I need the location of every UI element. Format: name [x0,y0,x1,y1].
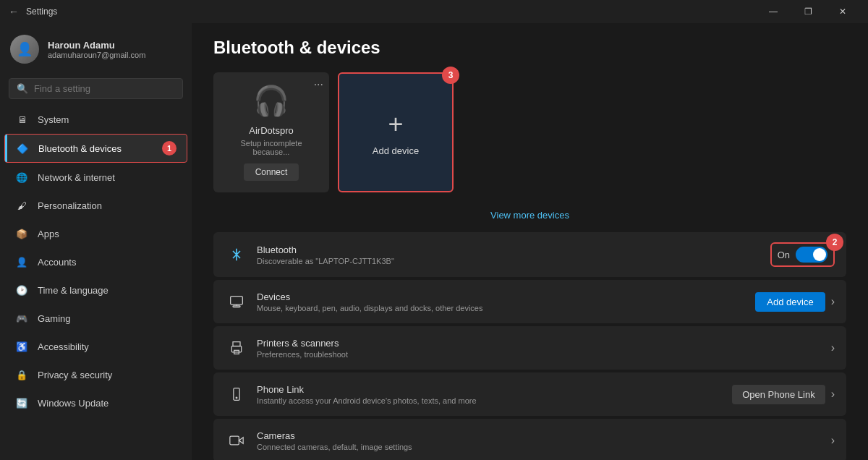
sidebar-item-windows-update[interactable]: 🔄Windows Update [4,389,187,417]
svg-rect-1 [233,306,240,307]
close-button[interactable]: ✕ [826,0,859,23]
toggle-container-bluetooth: 2On [770,242,835,267]
settings-row-phone-link[interactable]: Phone LinkInstantly access your Android … [213,372,846,416]
nav-items: 🖥System🔷Bluetooth & devices1🌐Network & i… [0,105,192,417]
titlebar-controls: — ❐ ✕ [757,0,859,23]
nav-label-personalization: Personalization [38,200,102,211]
device-card: ··· 🎧 AirDotspro Setup incomplete becaus… [213,72,329,192]
nav-label-network: Network & internet [38,172,115,183]
row-action-phone-link: Open Phone Link› [732,385,835,404]
titlebar-left: ← Settings [9,6,57,17]
settings-row-cameras[interactable]: CamerasConnected cameras, default, image… [213,419,846,460]
nav-label-gaming: Gaming [38,313,71,324]
open-phone-link-btn[interactable]: Open Phone Link [732,385,825,404]
back-button[interactable]: ← [9,6,19,17]
add-device-btn[interactable]: Add device [755,292,825,312]
row-action-bluetooth: 2On [770,242,835,267]
restore-button[interactable]: ❐ [791,0,825,23]
row-icon-printers [225,336,248,359]
svg-rect-8 [230,436,239,445]
user-profile[interactable]: 👤 Haroun Adamu adamuharoun7@gmail.com [0,23,192,75]
row-action-devices: Add device› [755,292,835,312]
devices-grid: ··· 🎧 AirDotspro Setup incomplete becaus… [213,72,846,192]
row-text-bluetooth: BluetoothDiscoverable as "LAPTOP-CJTT1K3… [257,244,770,265]
titlebar: ← Settings — ❐ ✕ [0,0,868,23]
sidebar-item-apps[interactable]: 📦Apps [4,220,187,247]
more-button[interactable]: ··· [314,78,323,91]
row-text-phone-link: Phone LinkInstantly access your Android … [257,384,732,405]
user-name: Haroun Adamu [48,40,145,51]
nav-label-system: System [38,114,69,125]
nav-badge: 1 [162,141,176,156]
sidebar-item-privacy[interactable]: 🔒Privacy & security [4,361,187,388]
search-input[interactable] [34,83,175,94]
nav-label-bluetooth: Bluetooth & devices [38,143,122,154]
row-subtitle-devices: Mouse, keyboard, pen, audio, displays an… [257,304,755,312]
nav-icon-apps: 📦 [14,226,29,241]
row-subtitle-cameras: Connected cameras, default, image settin… [257,443,831,451]
row-subtitle-bluetooth: Discoverable as "LAPTOP-CJTT1K3B" [257,257,770,265]
nav-icon-windows-update: 🔄 [14,396,29,410]
main-layout: 👤 Haroun Adamu adamuharoun7@gmail.com 🔍 … [0,23,868,460]
device-name: AirDotspro [249,125,293,136]
settings-row-printers[interactable]: Printers & scannersPreferences, troubles… [213,326,846,370]
settings-row-bluetooth[interactable]: BluetoothDiscoverable as "LAPTOP-CJTT1K3… [213,232,846,277]
content-area: Bluetooth & devices ··· 🎧 AirDotspro Set… [192,23,868,460]
row-title-bluetooth: Bluetooth [257,244,770,255]
row-action-printers: › [831,341,835,354]
toggle-bluetooth[interactable] [796,247,827,263]
row-icon-devices [225,290,248,313]
row-title-printers: Printers & scanners [257,338,831,349]
sidebar-item-accessibility[interactable]: ♿Accessibility [4,333,187,360]
nav-label-apps: Apps [38,229,59,239]
row-title-cameras: Cameras [257,430,831,441]
row-title-devices: Devices [257,291,755,302]
add-device-card[interactable]: 3 + Add device [338,72,454,192]
row-title-phone-link: Phone Link [257,384,732,395]
row-text-devices: DevicesMouse, keyboard, pen, audio, disp… [257,291,755,312]
sidebar-item-network[interactable]: 🌐Network & internet [4,163,187,191]
row-subtitle-phone-link: Instantly access your Android device's p… [257,396,732,405]
device-icon: 🎧 [253,84,289,118]
sidebar-item-personalization[interactable]: 🖌Personalization [4,192,187,219]
settings-rows: BluetoothDiscoverable as "LAPTOP-CJTT1K3… [213,232,846,460]
toggle-thumb-bluetooth [813,248,826,261]
svg-rect-4 [231,346,241,352]
sidebar-item-time[interactable]: 🕑Time & language [4,276,187,304]
row-action-cameras: › [831,434,835,447]
svg-rect-0 [231,297,243,305]
connect-button[interactable]: Connect [244,163,299,181]
view-more-link[interactable]: View more devices [213,204,846,226]
row-text-cameras: CamerasConnected cameras, default, image… [257,430,831,451]
row-icon-bluetooth [225,243,248,266]
nav-icon-time: 🕑 [14,283,29,297]
chevron-icon-cameras: › [831,434,835,447]
add-device-label: Add device [373,145,419,156]
row-text-printers: Printers & scannersPreferences, troubles… [257,338,831,359]
minimize-button[interactable]: — [757,0,790,23]
svg-rect-3 [233,342,240,346]
sidebar-item-bluetooth[interactable]: 🔷Bluetooth & devices1 [4,134,187,163]
page-title: Bluetooth & devices [213,38,846,58]
user-info: Haroun Adamu adamuharoun7@gmail.com [48,40,145,59]
search-bar[interactable]: 🔍 [9,78,183,99]
row-icon-phone-link [225,383,248,406]
row-subtitle-printers: Preferences, troubleshoot [257,350,831,359]
settings-row-devices[interactable]: DevicesMouse, keyboard, pen, audio, disp… [213,280,846,323]
nav-icon-system: 🖥 [14,112,29,127]
nav-label-windows-update: Windows Update [38,398,109,409]
add-device-icon: + [388,109,403,140]
sidebar-item-system[interactable]: 🖥System [4,106,187,133]
device-status: Setup incomplete because... [225,139,318,156]
chevron-icon-printers: › [831,341,835,354]
avatar: 👤 [10,35,39,64]
sidebar-item-gaming[interactable]: 🎮Gaming [4,304,187,332]
nav-label-privacy: Privacy & security [38,370,112,380]
sidebar-item-accounts[interactable]: 👤Accounts [4,248,187,276]
toggle-label-bluetooth: On [778,250,790,260]
nav-label-accessibility: Accessibility [38,341,89,352]
sidebar: 👤 Haroun Adamu adamuharoun7@gmail.com 🔍 … [0,23,192,460]
titlebar-title: Settings [26,7,57,17]
active-indicator [5,135,7,162]
nav-icon-network: 🌐 [14,170,29,184]
